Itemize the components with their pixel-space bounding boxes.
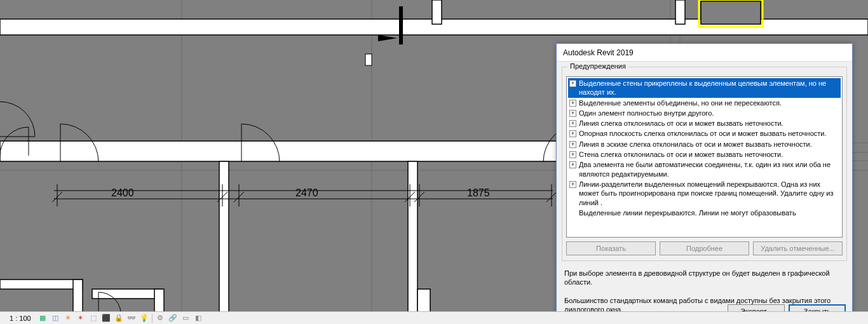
view-control-icons: ▦ ◫ ☀ ✶ ⬚ ⬛ 🔒 👓 💡 ⚙ 🔗 ▭ ◧ [37,313,203,323]
warning-item[interactable]: +Стена слегка отклонилась от оси и может… [568,149,841,159]
separator [152,314,153,323]
warning-item[interactable]: +Выделенные элементы объединены, но они … [568,98,841,108]
svg-rect-13 [432,0,442,24]
warning-item[interactable]: +Два элемента не были автоматически соед… [568,159,841,179]
warning-item[interactable]: +Выделенные стены прикреплены к выделенн… [568,78,841,98]
expand-icon[interactable]: + [569,120,576,127]
warning-item[interactable]: +Линия в эскизе слегка отклонилась от ос… [568,139,841,149]
warning-item[interactable]: +Линия слегка отклонилась от оси и может… [568,118,841,128]
crop-view-icon[interactable]: ⬚ [88,313,98,323]
warning-item[interactable]: +Опорная плоскость слегка отклонилась от… [568,128,841,138]
svg-rect-26 [365,54,372,65]
worksharing-icon[interactable]: ⚙ [155,313,165,323]
warnings-tree[interactable]: +Выделенные стены прикреплены к выделенн… [566,76,843,238]
more-info-button: Подробнее [660,241,749,255]
crop-region-icon[interactable]: ⬛ [101,313,111,323]
group-label: Предупреждения [567,62,628,70]
delete-checked-button: Удалить отмеченные... [753,241,843,255]
constraints-icon[interactable]: 🔗 [168,313,178,323]
scale-label[interactable]: 1 : 100 [10,314,31,322]
svg-rect-19 [92,289,162,299]
shadows-icon[interactable]: ✶ [76,313,86,323]
expand-icon[interactable]: + [569,181,576,188]
expand-icon[interactable]: + [569,80,576,87]
dimension-3: 1875 [467,187,490,199]
expand-icon[interactable]: + [569,130,576,137]
sun-path-icon[interactable]: ☀ [63,313,73,323]
analytical-icon[interactable]: ▭ [180,313,191,323]
svg-rect-17 [0,280,83,289]
warnings-group: Предупреждения +Выделенные стены прикреп… [562,67,847,261]
warning-item[interactable]: +Один элемент полностью внутри другого. [568,108,841,118]
svg-rect-22 [408,161,417,324]
info-text-1: При выборе элемента в древовидной структ… [557,266,852,290]
detail-level-icon[interactable]: ▦ [37,313,48,323]
temporary-hide-icon[interactable]: 👓 [126,313,137,323]
dialog-title: Autodesk Revit 2019 [557,44,852,62]
expand-icon[interactable]: + [569,141,576,148]
highlight-icon[interactable]: ◧ [193,313,203,323]
visual-style-icon[interactable]: ◫ [50,313,60,323]
expand-icon[interactable]: + [569,151,576,158]
svg-rect-14 [675,0,685,24]
svg-rect-24 [399,6,403,44]
show-button: Показать [566,241,656,255]
dimension-1: 2400 [111,187,134,199]
warnings-dialog: Autodesk Revit 2019 Предупреждения +Выде… [556,43,853,324]
status-bar: 1 : 100 ▦ ◫ ☀ ✶ ⬚ ⬛ 🔒 👓 💡 ⚙ 🔗 ▭ ◧ [0,311,868,324]
lock-icon[interactable]: 🔒 [114,313,124,323]
warning-item[interactable]: Выделенные линии перекрываются. Линии не… [568,208,841,218]
expand-icon[interactable]: + [569,100,576,107]
warning-item[interactable]: +Линии-разделители выделенных помещений … [568,179,841,208]
dimension-2: 2470 [295,187,318,199]
expand-icon[interactable]: + [569,161,576,168]
svg-rect-16 [701,1,761,24]
svg-rect-21 [219,161,229,324]
expand-icon[interactable]: + [569,110,576,117]
reveal-hidden-icon[interactable]: 💡 [139,313,149,323]
